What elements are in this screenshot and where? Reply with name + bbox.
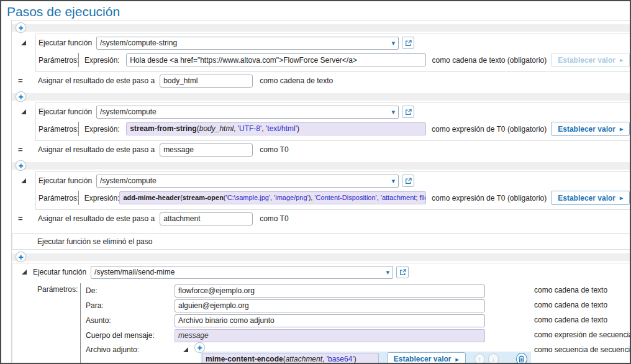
page-title: Pasos de ejecución bbox=[1, 1, 630, 20]
set-value-button[interactable]: Establecer valor ▸ bbox=[387, 352, 466, 364]
field-type-note: como secuencia de secuencia bbox=[534, 345, 631, 354]
delete-attachment-button[interactable] bbox=[516, 353, 527, 364]
insert-step-strip: + bbox=[12, 253, 630, 261]
step-2-function-row: Ejecutar función /system/compute ▾ bbox=[36, 103, 630, 121]
step-4-box: Ejecutar función /system/mail/send-mime … bbox=[12, 263, 630, 364]
step-2-box: Ejecutar función /system/compute ▾ Parám… bbox=[35, 102, 630, 141]
equals-icon: = bbox=[18, 145, 23, 154]
deleted-step-box: Ejecutar función se eliminó el paso bbox=[12, 233, 630, 250]
function-select[interactable]: /system/mail/send-mime ▾ bbox=[91, 266, 393, 279]
expression-value[interactable]: add-mime-header(stream-open('C:\sample.j… bbox=[119, 191, 426, 204]
function-select-value: /system/compute-string bbox=[100, 39, 391, 47]
execute-function-label: Ejecutar función bbox=[39, 176, 92, 185]
step-3-assign-row: = Asignar el resultado de este paso a co… bbox=[35, 210, 630, 227]
step-4-function-row: Ejecutar función /system/mail/send-mime … bbox=[12, 263, 630, 281]
mail-field-body: Cuerpo del mensaje: message como expresi… bbox=[86, 328, 630, 343]
collapse-triangle-icon[interactable] bbox=[21, 109, 26, 114]
plus-icon: + bbox=[18, 23, 23, 33]
mail-field-from: De: como cadena de texto bbox=[86, 283, 630, 298]
add-step-button[interactable]: + bbox=[16, 22, 26, 33]
step-2-assign-row: = Asignar el resultado de este paso a co… bbox=[35, 141, 630, 158]
move-up-button[interactable]: ↑ bbox=[474, 353, 485, 364]
add-step-button[interactable]: + bbox=[16, 160, 26, 171]
assign-variable-input[interactable] bbox=[160, 75, 253, 88]
trash-icon bbox=[518, 355, 525, 363]
collapse-triangle-icon[interactable] bbox=[22, 270, 27, 275]
assign-type-note: como cadena de texto bbox=[260, 76, 333, 85]
from-input[interactable] bbox=[175, 284, 485, 298]
add-attachment-button[interactable]: + bbox=[194, 342, 205, 353]
set-value-label: Establecer valor bbox=[558, 125, 615, 134]
expression-value[interactable]: stream-from-string(body_html, 'UTF-8', '… bbox=[126, 122, 426, 135]
external-link-icon bbox=[405, 40, 412, 47]
expression-label: Expresión: bbox=[84, 194, 120, 202]
set-value-arrow-icon: ▸ bbox=[620, 57, 623, 63]
field-label: Asunto: bbox=[86, 316, 175, 325]
to-input[interactable] bbox=[175, 299, 485, 312]
function-select[interactable]: /system/compute ▾ bbox=[96, 106, 399, 119]
assign-result-label: Asignar el resultado de este paso a bbox=[38, 145, 155, 154]
open-function-button[interactable] bbox=[396, 266, 409, 278]
assign-type-note: como T0 bbox=[260, 145, 288, 154]
function-select[interactable]: /system/compute-string ▾ bbox=[96, 37, 399, 50]
expression-input[interactable] bbox=[126, 53, 426, 66]
divider bbox=[78, 191, 79, 205]
mail-field-to: Para: como cadena de texto bbox=[86, 298, 630, 313]
down-arrow-icon: ↓ bbox=[492, 355, 496, 363]
assign-variable-input[interactable] bbox=[160, 143, 253, 157]
collapse-triangle-icon[interactable] bbox=[21, 178, 26, 183]
collapse-triangle-icon[interactable] bbox=[183, 347, 188, 352]
divider bbox=[78, 53, 79, 67]
attachment-row-selected[interactable]: mime-content-encode(attachment, 'base64'… bbox=[201, 352, 531, 364]
open-function-button[interactable] bbox=[402, 106, 414, 118]
step-2-parameters-row: Parámetros: Expresión: stream-from-strin… bbox=[36, 121, 630, 140]
mail-field-subject: Asunto: como cadena de texto bbox=[86, 313, 630, 328]
collapse-triangle-icon[interactable] bbox=[21, 40, 26, 45]
insert-attachment-strip: + bbox=[194, 343, 207, 352]
function-select[interactable]: /system/compute ▾ bbox=[96, 175, 399, 188]
set-value-label: Establecer valor bbox=[558, 194, 615, 202]
execute-function-label: Ejecutar función bbox=[39, 107, 92, 116]
deleted-step-text: Ejecutar función se eliminó el paso bbox=[37, 237, 152, 246]
parameters-label: Parámetros: bbox=[39, 194, 78, 202]
assign-variable-input[interactable] bbox=[160, 212, 253, 225]
set-value-button[interactable]: Establecer valor ▸ bbox=[551, 122, 630, 136]
add-step-button[interactable]: + bbox=[16, 252, 26, 262]
step-1-function-row: Ejecutar función /system/compute-string … bbox=[36, 34, 630, 52]
execution-steps-container: + Ejecutar función /system/compute-strin… bbox=[11, 20, 630, 364]
subject-input[interactable] bbox=[175, 314, 485, 327]
insert-step-strip: + bbox=[12, 24, 630, 32]
open-function-button[interactable] bbox=[402, 37, 414, 49]
expression-label: Expresión: bbox=[84, 56, 126, 65]
assign-result-label: Asignar el resultado de este paso a bbox=[38, 214, 155, 223]
equals-icon: = bbox=[18, 214, 23, 223]
external-link-icon bbox=[399, 269, 406, 276]
move-down-button[interactable]: ↓ bbox=[488, 353, 499, 364]
plus-icon: + bbox=[197, 343, 202, 353]
parameters-label: Parámetros: bbox=[39, 125, 78, 134]
plus-icon: + bbox=[18, 252, 23, 262]
field-label: De: bbox=[86, 286, 175, 295]
function-select-value: /system/mail/send-mime bbox=[94, 268, 386, 276]
attachment-expression[interactable]: mime-content-encode(attachment, 'base64'… bbox=[202, 353, 379, 364]
field-type-note: como expresión de secuencia bbox=[534, 330, 631, 339]
parameter-type-note: como expresión de T0 (obligatorio) bbox=[432, 125, 547, 134]
open-function-button[interactable] bbox=[402, 175, 414, 187]
set-value-button[interactable]: Establecer valor ▸ bbox=[551, 191, 630, 205]
equals-icon: = bbox=[18, 76, 23, 85]
message-body-expression[interactable]: message bbox=[175, 329, 485, 342]
field-type-note: como cadena de texto bbox=[534, 301, 607, 309]
field-label: Para: bbox=[86, 301, 175, 310]
add-step-button[interactable]: + bbox=[16, 91, 26, 102]
up-arrow-icon: ↑ bbox=[478, 355, 481, 363]
plus-icon: + bbox=[18, 92, 23, 102]
external-link-icon bbox=[405, 178, 412, 184]
field-label: Archivo adjunto: bbox=[86, 343, 175, 354]
step-3-function-row: Ejecutar función /system/compute ▾ bbox=[36, 172, 630, 189]
set-value-arrow-icon: ▸ bbox=[620, 194, 623, 201]
parameters-label: Parámetros: bbox=[39, 56, 78, 65]
divider bbox=[78, 122, 79, 136]
step-3-parameters-row: Parámetros: Expresión: add-mime-header(s… bbox=[36, 189, 630, 209]
external-link-icon bbox=[405, 109, 412, 116]
set-value-button[interactable]: Establecer valor ▸ bbox=[551, 53, 630, 67]
